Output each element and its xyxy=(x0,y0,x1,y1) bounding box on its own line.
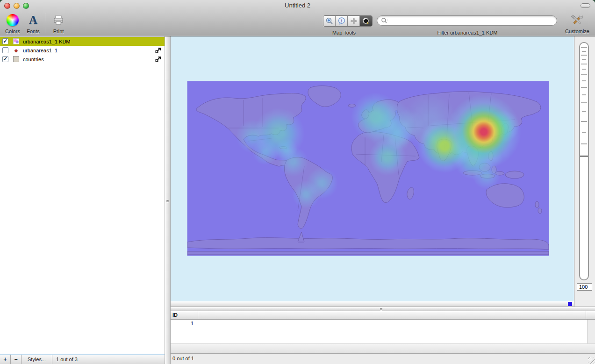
map-canvas[interactable] xyxy=(187,81,549,256)
zoom-slider-handle[interactable] xyxy=(580,156,588,157)
customize-label: Customize xyxy=(562,29,592,34)
point-layer-diamond-icon: ◆ xyxy=(13,47,19,53)
layer-name: urbanareas1_1 KDM xyxy=(23,39,71,44)
filter-label: Filter urbanareas1_1 KDM xyxy=(402,30,533,36)
search-magnifier-icon xyxy=(381,17,388,24)
printer-icon xyxy=(52,14,65,26)
layer-row-countries[interactable]: ✓ countries xyxy=(0,55,165,64)
customize-hammer-wrench-icon xyxy=(570,14,584,27)
cell-id[interactable]: 1 xyxy=(171,321,196,326)
kdm-raster-thumbnail-icon xyxy=(13,38,19,44)
info-icon: i xyxy=(337,17,346,25)
zoom-in-icon xyxy=(325,17,334,25)
kdm-heat-overlay xyxy=(187,81,549,256)
customize-button[interactable]: Customize xyxy=(562,13,592,34)
map-view[interactable] xyxy=(171,36,574,301)
app-window: Untitled 2 Colors A Fonts Print xyxy=(0,0,595,364)
colors-button[interactable]: Colors xyxy=(3,13,22,34)
zoom-to-layer-icon[interactable] xyxy=(155,47,161,53)
column-header-id[interactable]: ID xyxy=(171,311,198,319)
table-status-bar: 0 out of 1 xyxy=(171,353,595,364)
filter-search-input[interactable] xyxy=(388,16,557,25)
print-button[interactable]: Print xyxy=(48,13,69,34)
zoom-panel xyxy=(574,36,595,307)
table-horizontal-scrollbar[interactable] xyxy=(171,343,595,353)
info-tool-button[interactable]: i xyxy=(336,16,348,26)
layer-row-urbanareas1_1[interactable]: ◆ urbanareas1_1 xyxy=(0,46,165,55)
zoom-tool-button[interactable] xyxy=(323,16,336,26)
styles-button[interactable]: Styles... xyxy=(22,355,52,364)
select-tool-icon xyxy=(362,17,370,25)
fonts-label: Fonts xyxy=(24,29,42,34)
layer-list: ✓ urbanareas1_1 KDM ◆ urbanareas1_1 ✓ co… xyxy=(0,37,165,354)
toolbar-separator xyxy=(46,13,46,33)
toolbar-toggle-button[interactable] xyxy=(581,3,590,8)
zoom-to-layer-icon[interactable] xyxy=(155,56,161,62)
map-horizontal-scrollbar[interactable] xyxy=(171,301,574,307)
selection-status-label: 0 out of 1 xyxy=(172,356,194,361)
column-header-cap xyxy=(586,311,595,319)
add-layer-button[interactable]: + xyxy=(0,355,11,364)
titlebar[interactable]: Untitled 2 xyxy=(0,0,595,10)
table-row[interactable]: 1 xyxy=(171,320,587,327)
map-tools-segmented-control: i xyxy=(323,15,373,27)
layer-name: countries xyxy=(23,57,44,62)
splitter-handle[interactable] xyxy=(166,200,169,202)
zoom-slider-ticks xyxy=(580,43,588,279)
zoom-slider[interactable] xyxy=(579,42,589,280)
scroll-indicator-square[interactable] xyxy=(568,302,572,306)
fonts-button[interactable]: A Fonts xyxy=(24,13,42,34)
map-tools-label: Map Tools xyxy=(311,30,377,36)
table-vertical-scrollbar[interactable] xyxy=(587,320,595,343)
select-tool-button[interactable] xyxy=(360,16,372,26)
horizontal-splitter[interactable] xyxy=(171,307,595,311)
colors-label: Colors xyxy=(3,29,22,34)
pan-tool-button[interactable] xyxy=(348,16,360,26)
vertical-splitter[interactable] xyxy=(165,36,171,364)
layer-visibility-checkbox[interactable] xyxy=(2,47,8,53)
layer-count-label: 1 out of 3 xyxy=(52,355,78,364)
pan-arrows-icon xyxy=(350,17,358,25)
table-body[interactable]: 1 xyxy=(171,320,587,343)
scale-field[interactable] xyxy=(577,283,592,291)
layer-visibility-checkbox[interactable]: ✓ xyxy=(2,56,8,62)
attribute-table: ID 1 0 out of 1 xyxy=(171,311,595,364)
table-header: ID xyxy=(171,311,595,320)
print-label: Print xyxy=(48,29,69,34)
window-chrome: Untitled 2 Colors A Fonts Print xyxy=(0,0,595,36)
svg-text:i: i xyxy=(341,19,342,23)
color-wheel-icon xyxy=(7,14,19,26)
layer-name: urbanareas1_1 xyxy=(23,48,57,53)
layer-visibility-checkbox[interactable]: ✓ xyxy=(2,38,8,44)
fonts-icon: A xyxy=(29,14,37,26)
remove-layer-button[interactable]: − xyxy=(11,355,22,364)
filter-search-field[interactable] xyxy=(377,15,557,26)
layer-row-urbanareas1_1-kdm[interactable]: ✓ urbanareas1_1 KDM xyxy=(0,37,165,46)
column-header-empty[interactable] xyxy=(198,311,586,319)
window-resize-grip[interactable] xyxy=(588,357,595,364)
splitter-handle[interactable] xyxy=(380,308,382,310)
layer-list-footer: + − Styles... 1 out of 3 xyxy=(0,354,165,364)
window-title: Untitled 2 xyxy=(0,2,595,9)
polygon-layer-swatch-icon xyxy=(13,56,19,62)
